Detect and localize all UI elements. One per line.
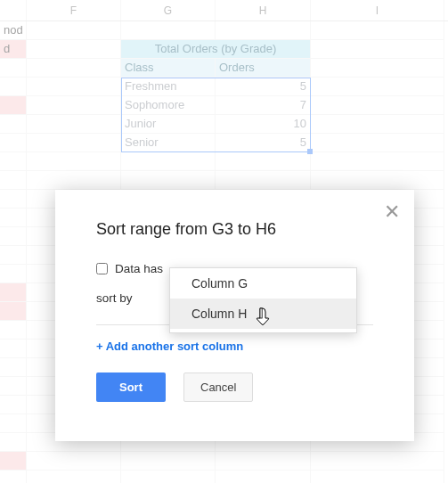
cell[interactable] bbox=[27, 134, 121, 152]
cell[interactable] bbox=[0, 246, 27, 265]
cell[interactable] bbox=[311, 115, 444, 134]
data-has-header-checkbox[interactable] bbox=[96, 263, 108, 274]
cell[interactable] bbox=[0, 59, 27, 78]
cell[interactable] bbox=[0, 171, 27, 190]
cell[interactable] bbox=[216, 152, 311, 171]
table-header-orders[interactable]: Orders bbox=[216, 59, 311, 78]
cell[interactable] bbox=[0, 78, 27, 96]
cell[interactable] bbox=[311, 134, 444, 152]
sort-by-label: sort by bbox=[96, 291, 133, 305]
cell[interactable] bbox=[27, 171, 121, 190]
cell[interactable] bbox=[27, 59, 121, 78]
cell[interactable] bbox=[0, 452, 27, 471]
cell[interactable] bbox=[27, 21, 121, 40]
dropdown-item-column-g[interactable]: Column G bbox=[170, 268, 356, 299]
cell[interactable] bbox=[0, 358, 27, 377]
table-cell-orders[interactable]: 5 bbox=[216, 78, 311, 96]
cell[interactable] bbox=[27, 452, 121, 471]
merged-title-cell[interactable]: Total Orders (by Grade) bbox=[121, 40, 311, 59]
table-cell-orders[interactable]: 10 bbox=[216, 115, 311, 134]
data-has-header-label: Data has bbox=[115, 262, 163, 275]
col-header-H[interactable]: H bbox=[216, 0, 311, 20]
cell[interactable] bbox=[27, 115, 121, 134]
sort-column-dropdown[interactable]: Column G Column H bbox=[169, 267, 357, 333]
table-cell-class[interactable]: Sophomore bbox=[121, 96, 216, 115]
dialog-title: Sort range from G3 to H6 bbox=[96, 220, 373, 239]
table-cell-class[interactable]: Freshmen bbox=[121, 78, 216, 96]
cell[interactable] bbox=[0, 302, 27, 321]
cell[interactable] bbox=[0, 209, 27, 227]
table-cell-orders[interactable]: 7 bbox=[216, 96, 311, 115]
cell[interactable] bbox=[0, 414, 27, 433]
cell[interactable] bbox=[0, 134, 27, 152]
cell[interactable] bbox=[311, 152, 444, 171]
cell[interactable] bbox=[311, 59, 444, 78]
column-headers-row: F G H I bbox=[0, 0, 448, 21]
cell[interactable] bbox=[311, 78, 444, 96]
cell[interactable] bbox=[311, 452, 444, 471]
cell[interactable] bbox=[0, 396, 27, 414]
cell[interactable] bbox=[121, 452, 216, 471]
close-icon[interactable]: ✕ bbox=[384, 202, 400, 222]
table-cell-class[interactable]: Senior bbox=[121, 134, 216, 152]
cell[interactable] bbox=[0, 152, 27, 171]
cell[interactable] bbox=[311, 96, 444, 115]
cell[interactable] bbox=[0, 283, 27, 302]
cell[interactable] bbox=[0, 265, 27, 283]
col-header-I[interactable]: I bbox=[311, 0, 444, 20]
cell[interactable]: nod bbox=[0, 21, 27, 40]
cell[interactable] bbox=[216, 21, 311, 40]
cell[interactable] bbox=[311, 21, 444, 40]
cell[interactable]: d bbox=[0, 40, 27, 59]
cell[interactable] bbox=[0, 377, 27, 396]
cancel-button[interactable]: Cancel bbox=[183, 372, 253, 402]
cell[interactable] bbox=[0, 115, 27, 134]
col-header-F[interactable]: F bbox=[27, 0, 121, 20]
cell[interactable] bbox=[0, 96, 27, 115]
cell[interactable] bbox=[121, 152, 216, 171]
cell[interactable] bbox=[311, 40, 444, 59]
sort-button[interactable]: Sort bbox=[96, 372, 166, 402]
cell[interactable] bbox=[0, 340, 27, 358]
cell[interactable] bbox=[0, 190, 27, 209]
cell[interactable] bbox=[216, 452, 311, 471]
cell[interactable] bbox=[0, 471, 27, 483]
cell[interactable] bbox=[27, 40, 121, 59]
table-cell-orders[interactable]: 5 bbox=[216, 134, 311, 152]
dropdown-item-column-h[interactable]: Column H bbox=[170, 299, 356, 329]
cell[interactable] bbox=[216, 171, 311, 190]
cell[interactable] bbox=[27, 471, 121, 483]
cell[interactable] bbox=[216, 471, 311, 483]
cell[interactable] bbox=[0, 433, 27, 452]
table-cell-class[interactable]: Junior bbox=[121, 115, 216, 134]
table-header-class[interactable]: Class bbox=[121, 59, 216, 78]
cell[interactable] bbox=[27, 152, 121, 171]
cell[interactable] bbox=[0, 321, 27, 340]
cell[interactable] bbox=[311, 171, 444, 190]
cell[interactable] bbox=[27, 78, 121, 96]
col-header-G[interactable]: G bbox=[121, 0, 216, 20]
cell[interactable] bbox=[121, 21, 216, 40]
cell[interactable] bbox=[27, 96, 121, 115]
cell[interactable] bbox=[121, 471, 216, 483]
cell[interactable] bbox=[121, 171, 216, 190]
cell[interactable] bbox=[0, 227, 27, 246]
col-header-edge bbox=[0, 0, 27, 20]
cell[interactable] bbox=[311, 471, 444, 483]
add-another-sort-column-link[interactable]: + Add another sort column bbox=[96, 340, 243, 353]
